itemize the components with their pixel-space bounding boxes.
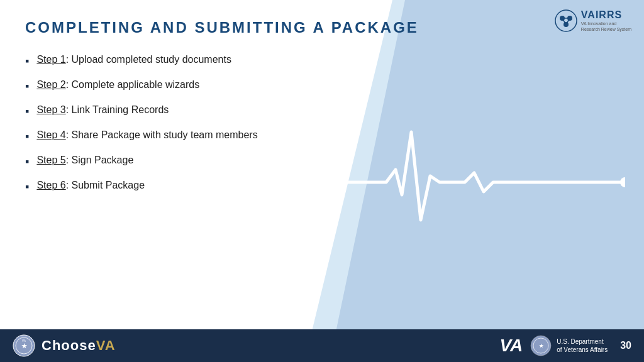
step-1-link[interactable]: Step 1 bbox=[36, 54, 65, 65]
dept-seal-icon: ★ bbox=[530, 335, 552, 356]
step-5-link[interactable]: Step 5 bbox=[36, 155, 65, 165]
vairrs-subtitle: VA Innovation andResearch Review System bbox=[581, 21, 631, 32]
choose-text: Choose bbox=[42, 337, 96, 353]
list-item: ▪ Step 1: Upload completed study documen… bbox=[25, 54, 619, 68]
vairrs-icon bbox=[555, 9, 577, 32]
dept-line1: U.S. Department bbox=[557, 337, 608, 346]
svg-text:★: ★ bbox=[21, 343, 28, 349]
step-2-desc: : Complete applicable wizards bbox=[66, 79, 200, 90]
step-3-link[interactable]: Step 3 bbox=[36, 104, 65, 115]
step-4-desc: : Share Package with study team members bbox=[66, 129, 258, 140]
step-text: Step 2: Complete applicable wizards bbox=[36, 79, 199, 90]
vairrs-logo: VAIRRS VA Innovation andResearch Review … bbox=[555, 9, 631, 32]
page-number: 30 bbox=[620, 340, 631, 351]
choose-va-label: ChooseVA bbox=[42, 337, 116, 354]
footer-right: VA ★ U.S. Department of Veterans Affairs… bbox=[499, 335, 631, 356]
step-text: Step 5: Sign Package bbox=[36, 155, 133, 166]
vairrs-text: VAIRRS VA Innovation andResearch Review … bbox=[581, 9, 631, 32]
step-5-desc: : Sign Package bbox=[66, 155, 134, 165]
heartbeat-graphic bbox=[323, 113, 625, 239]
step-text: Step 6: Submit Package bbox=[36, 180, 145, 191]
dept-text: U.S. Department of Veterans Affairs bbox=[557, 337, 608, 354]
bullet-icon: ▪ bbox=[25, 155, 29, 168]
list-item: ▪ Step 2: Complete applicable wizards bbox=[25, 79, 619, 93]
step-text: Step 1: Upload completed study documents bbox=[36, 54, 231, 65]
svg-point-7 bbox=[620, 177, 625, 187]
footer-left: ★ VA ChooseVA bbox=[13, 334, 116, 357]
slide: VAIRRS VA Innovation andResearch Review … bbox=[0, 0, 644, 362]
bullet-icon: ▪ bbox=[25, 55, 29, 68]
svg-text:★: ★ bbox=[539, 343, 544, 349]
step-3-desc: : Link Training Records bbox=[66, 104, 169, 115]
dept-line2: of Veterans Affairs bbox=[557, 346, 608, 354]
va-seal-icon: ★ VA bbox=[13, 334, 35, 357]
step-4-link[interactable]: Step 4 bbox=[36, 129, 65, 140]
va-text: VA bbox=[96, 337, 116, 353]
step-text: Step 3: Link Training Records bbox=[36, 104, 169, 116]
dept-seal-area: ★ U.S. Department of Veterans Affairs bbox=[530, 335, 608, 356]
footer: ★ VA ChooseVA VA ★ U.S. Department of Ve… bbox=[0, 329, 644, 362]
step-text: Step 4: Share Package with study team me… bbox=[36, 129, 257, 141]
page-title: Completing and Submitting a Package bbox=[25, 19, 619, 36]
va-logo: VA bbox=[499, 336, 523, 356]
bullet-icon: ▪ bbox=[25, 80, 29, 93]
step-2-link[interactable]: Step 2 bbox=[36, 79, 65, 90]
step-1-desc: : Upload completed study documents bbox=[66, 54, 231, 65]
bullet-icon: ▪ bbox=[25, 180, 29, 194]
bullet-icon: ▪ bbox=[25, 105, 29, 118]
vairrs-title: VAIRRS bbox=[581, 9, 631, 21]
svg-point-0 bbox=[555, 10, 577, 31]
bullet-icon: ▪ bbox=[25, 130, 29, 143]
svg-text:VA: VA bbox=[22, 339, 26, 343]
step-6-desc: : Submit Package bbox=[66, 180, 145, 190]
step-6-link[interactable]: Step 6 bbox=[36, 180, 65, 190]
